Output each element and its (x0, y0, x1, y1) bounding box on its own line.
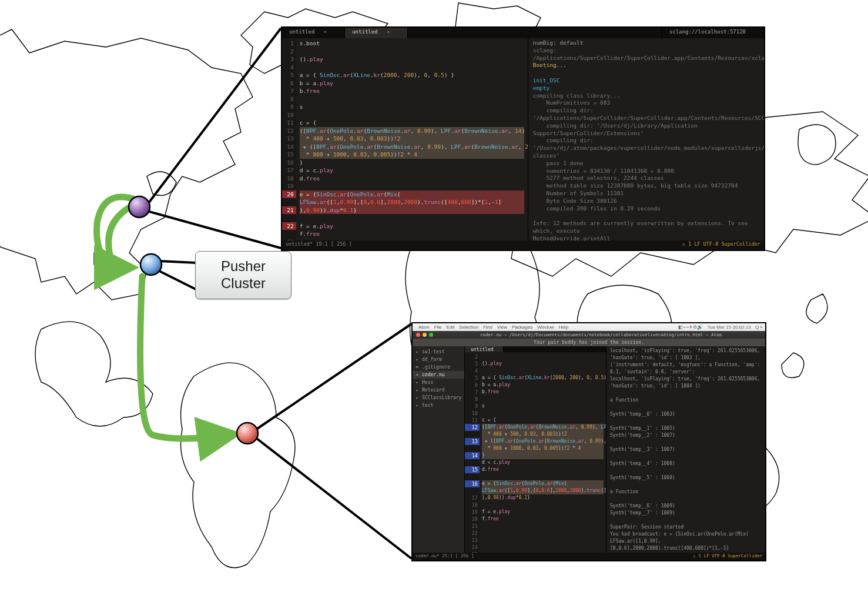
tree-item-label: .gitignore (422, 363, 450, 371)
svg-line-1 (149, 212, 281, 248)
pusher-cluster-label: Pusher Cluster (195, 251, 291, 299)
pusher-line-2: Cluster (196, 275, 291, 292)
statusbar-right: ⚠ 1 LF UTF-8 SuperCollider (693, 553, 762, 560)
minimize-icon[interactable] (423, 333, 427, 337)
svg-line-0 (149, 28, 281, 203)
folder-icon: ▸ (415, 394, 420, 402)
file-icon: ≡ (415, 363, 420, 371)
folder-icon: ▸ (415, 386, 420, 394)
tab-label: untitled (289, 29, 314, 35)
line-gutter: 1 2 3 4 5 6 7 8 9 10 11 12 13 14 15 16 1… (282, 38, 296, 242)
menubar-tray: ◧⌁⏦✈⚙🔊 Tue Mar 15 20:02:13 Q ≡ (675, 325, 763, 330)
svg-line-2 (159, 261, 196, 263)
tree-item-label: test (422, 402, 433, 409)
log-tab-label: sclang://localhost:57120 (669, 29, 746, 35)
tab-untitled-2[interactable]: untitled × (345, 28, 408, 38)
diagram-stage: Pusher Cluster untitled × untitled × scl… (0, 0, 868, 592)
file-tree[interactable]: ▸sw1-test▸dd_form≡.gitignore≡coder.nu▸He… (413, 346, 465, 553)
log-panel: localhost, 'isPlaying': true, 'freq': 26… (606, 346, 765, 553)
svg-line-3 (157, 270, 196, 289)
svg-point-7 (140, 254, 162, 275)
code-editor[interactable]: ().play a = { SinOsc.ar(XLine.kr(2000, 2… (480, 352, 606, 553)
tree-item[interactable]: ▸Hess (415, 379, 462, 386)
info-bar: Your pair buddy has joined the session. (413, 339, 765, 346)
editor-window-top: untitled × untitled × sclang://localhost… (281, 26, 765, 251)
line-gutter: 2 3 4 5 6 7 8 9 10 11 12 13 14 15 16 17 … (465, 352, 480, 553)
file-icon: ≡ (415, 371, 420, 379)
close-icon[interactable]: × (324, 29, 327, 35)
menu-file[interactable]: File (434, 325, 442, 330)
statusbar: untitled* 19:1 [ 256 ] ⚠ 1 LF UTF-8 Supe… (282, 240, 764, 250)
tab-label: untitled (352, 29, 377, 35)
tray-icons: ◧⌁⏦✈⚙🔊 (678, 325, 703, 330)
node-purple (129, 196, 150, 218)
log-tab[interactable]: sclang://localhost:57120 (662, 28, 764, 38)
info-bar-text: Your pair buddy has joined the session. (534, 340, 644, 345)
tree-item[interactable]: ▸sw1-test (415, 348, 462, 356)
menu-atom[interactable]: Atom (418, 325, 430, 330)
clock: Tue Mar 15 20:02:13 (708, 325, 751, 330)
svg-point-8 (237, 423, 258, 444)
menu-find[interactable]: Find (483, 325, 492, 330)
menu-items: AtomFileEditSelectionFindViewPackagesWin… (418, 325, 573, 330)
zoom-icon[interactable] (429, 333, 433, 337)
folder-icon: ▸ (415, 379, 420, 386)
menu-selection[interactable]: Selection (459, 325, 478, 330)
mac-menubar: AtomFileEditSelectionFindViewPackagesWin… (413, 323, 765, 331)
statusbar-right: ⚠ 1 LF UTF-8 SuperCollider (682, 241, 760, 249)
tab-untitled[interactable]: untitled (465, 346, 504, 352)
editor-tabs: untitled (465, 346, 606, 352)
tree-item-label: coder.nu (422, 371, 445, 379)
tree-item-label: Hess (422, 379, 433, 386)
menu-window[interactable]: Window (537, 325, 554, 330)
tree-item-label: dd_form (422, 356, 442, 363)
window-title: coder.nu — /Users/dj/Documents/documents… (437, 332, 765, 337)
tree-item[interactable]: ▸Notecard (415, 386, 462, 394)
svg-point-6 (129, 196, 150, 218)
editor-top-tabs: untitled × untitled × sclang://localhost… (282, 28, 764, 38)
tray-icon[interactable]: 🔊 (697, 325, 703, 330)
menu-view[interactable]: View (497, 325, 507, 330)
pusher-line-1: Pusher (196, 258, 291, 275)
tree-item[interactable]: ≡coder.nu (413, 371, 464, 379)
tree-item[interactable]: ▸test (415, 402, 462, 409)
folder-icon: ▸ (415, 348, 420, 356)
tree-item-label: Notecard (422, 386, 445, 394)
tree-item[interactable]: ≡.gitignore (415, 363, 462, 371)
close-icon[interactable]: × (387, 29, 390, 35)
window-titlebar: coder.nu — /Users/dj/Documents/documents… (413, 331, 765, 339)
statusbar-left: untitled* 19:1 [ 256 ] (286, 241, 352, 249)
folder-icon: ▸ (415, 356, 420, 363)
editor-window-bottom: AtomFileEditSelectionFindViewPackagesWin… (411, 322, 766, 561)
menu-packages[interactable]: Packages (512, 325, 532, 330)
folder-icon: ▸ (415, 402, 420, 409)
log-panel: numBig: default sclang: /Applications/Su… (528, 38, 764, 242)
statusbar-left: coder.nu* 25:1 [ 256 ] (415, 553, 474, 560)
node-red (237, 423, 258, 444)
tree-item[interactable]: ▸SCClassLibrary (415, 394, 462, 402)
node-blue (140, 254, 162, 275)
tree-item-label: SCClassLibrary (422, 394, 461, 402)
tab-label: untitled (471, 347, 494, 352)
svg-line-4 (257, 324, 411, 429)
tray-user[interactable]: Q ≡ (755, 325, 763, 330)
close-icon[interactable] (416, 333, 420, 337)
tree-item-label: sw1-test (422, 348, 445, 356)
tab-untitled-1[interactable]: untitled × (282, 28, 345, 38)
statusbar: coder.nu* 25:1 [ 256 ] ⚠ 1 LF UTF-8 Supe… (413, 553, 765, 561)
code-editor[interactable]: s.boot ().play a = { SinOsc.ar(XLine.kr(… (296, 38, 528, 242)
tree-item[interactable]: ▸dd_form (415, 356, 462, 363)
menu-edit[interactable]: Edit (447, 325, 455, 330)
traffic-lights[interactable] (416, 333, 433, 337)
menu-help[interactable]: Help (559, 325, 568, 330)
